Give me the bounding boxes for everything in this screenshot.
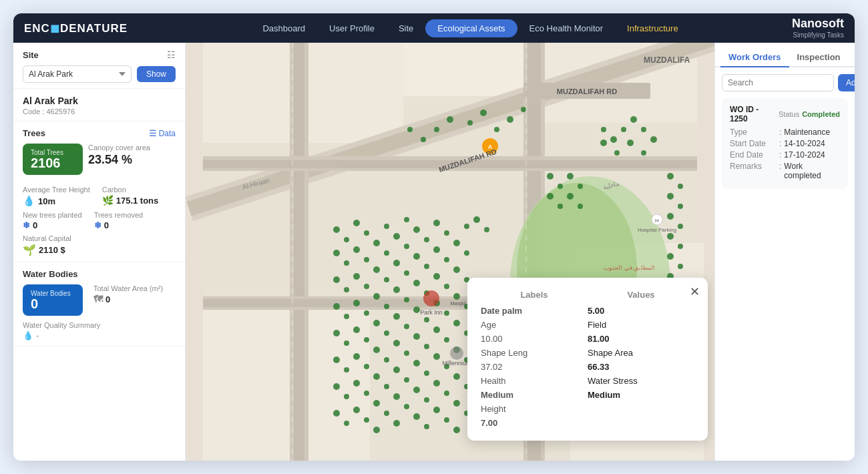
svg-point-146: [521, 107, 526, 112]
popup-row-datepalm: Date palm 5.00: [481, 304, 694, 318]
site-select[interactable]: Al Arak Park: [23, 65, 132, 83]
svg-point-165: [667, 213, 674, 220]
svg-point-53: [364, 284, 369, 289]
svg-point-143: [480, 109, 487, 116]
svg-point-60: [433, 273, 440, 280]
svg-point-21: [344, 237, 349, 242]
svg-text:MUZDALIFAH RD: MUZDALIFAH RD: [557, 87, 617, 95]
svg-point-117: [444, 391, 449, 396]
svg-point-51: [344, 287, 349, 292]
svg-point-65: [344, 314, 349, 319]
svg-point-29: [424, 237, 429, 242]
svg-point-42: [393, 260, 400, 266]
collapse-icon[interactable]: ☷: [167, 49, 176, 60]
svg-point-47: [444, 257, 449, 262]
svg-point-153: [621, 127, 626, 132]
popup-close-button[interactable]: ✕: [690, 284, 700, 299]
show-button[interactable]: Show: [137, 66, 176, 82]
svg-point-23: [364, 230, 369, 236]
svg-point-168: [678, 244, 683, 249]
svg-point-70: [393, 313, 400, 320]
nav-ecological-assets[interactable]: Ecological Assets: [425, 19, 517, 37]
work-order-card: WO ID - 1250 Status Completed Type : Mai…: [722, 98, 848, 189]
wo-id-display: WO ID - 1250: [730, 105, 779, 124]
nav-site[interactable]: Site: [387, 19, 425, 37]
svg-point-142: [467, 120, 473, 126]
svg-point-57: [404, 270, 409, 276]
add-button[interactable]: Add: [838, 74, 855, 91]
wo-end-row: End Date : 17-10-2024: [730, 150, 840, 160]
carbon-icon: 🌿: [102, 195, 114, 206]
svg-point-162: [678, 184, 683, 189]
removed-icon: ❄: [94, 220, 101, 230]
svg-point-104: [453, 373, 460, 380]
park-info-section: Al Arak Park Code : 4625976: [13, 89, 185, 122]
svg-point-163: [667, 193, 674, 200]
popup-row-health-val: Medium Medium: [481, 388, 694, 402]
wo-remarks-row: Remarks : Work completed: [730, 162, 840, 180]
nav-dashboard[interactable]: Dashboard: [250, 19, 317, 37]
nav-user-profile[interactable]: User Profile: [317, 19, 387, 37]
svg-point-135: [558, 184, 563, 189]
svg-point-58: [413, 280, 420, 286]
height-icon: 💧: [23, 195, 35, 207]
tab-inspection[interactable]: Inspection: [789, 48, 849, 67]
svg-point-134: [547, 173, 554, 180]
search-input[interactable]: [722, 74, 834, 91]
svg-point-123: [364, 417, 369, 423]
svg-point-39: [364, 257, 369, 262]
popup-row-health: Health Water Stress: [481, 374, 694, 388]
nanosoft-logo: Nanosoft Simplifying Tasks: [792, 17, 844, 39]
svg-point-62: [453, 293, 460, 300]
svg-point-180: [423, 290, 439, 306]
tab-work-orders[interactable]: Work Orders: [720, 48, 789, 67]
svg-point-95: [364, 364, 369, 369]
svg-point-141: [578, 204, 583, 209]
svg-point-170: [678, 264, 683, 269]
svg-point-52: [353, 273, 360, 280]
svg-point-111: [384, 384, 389, 389]
svg-point-131: [444, 417, 449, 423]
map-popup: ✕ Labels Values Date palm 5.00: [467, 278, 708, 441]
map-area[interactable]: MUZDALIFAH RD: [186, 43, 714, 461]
svg-point-46: [433, 246, 440, 253]
svg-point-49: [464, 250, 469, 256]
status-badge: Completed: [802, 110, 840, 118]
nav-eco-health[interactable]: Eco Health Monitor: [517, 19, 616, 37]
svg-point-115: [424, 397, 429, 403]
svg-point-78: [333, 330, 340, 336]
site-section-title: Site: [23, 50, 39, 60]
total-trees-label: Total Trees: [31, 149, 63, 156]
svg-text:Hospital Parking: Hospital Parking: [638, 227, 676, 233]
svg-point-155: [641, 127, 646, 132]
water-bodies-card: Water Bodies 0: [23, 284, 83, 316]
total-trees-value: 2106: [31, 156, 63, 170]
svg-point-152: [610, 136, 617, 143]
svg-point-149: [421, 137, 426, 142]
popup-row-height: Height: [481, 402, 694, 416]
svg-point-88: [433, 326, 440, 333]
svg-text:Park Inn: Park Inn: [420, 309, 443, 316]
svg-point-89: [444, 337, 449, 342]
svg-point-83: [384, 330, 389, 336]
svg-point-148: [447, 116, 453, 123]
svg-rect-9: [294, 43, 304, 461]
data-link[interactable]: ☰ Data: [149, 128, 176, 138]
svg-point-35: [484, 227, 489, 232]
trees-title: Trees: [23, 128, 45, 138]
total-trees-card: Total Trees 2106: [23, 144, 83, 175]
svg-point-157: [600, 140, 607, 146]
nav-links: Dashboard User Profile Site Ecological A…: [149, 19, 792, 37]
svg-point-84: [393, 340, 400, 346]
wo-start-row: Start Date : 14-10-2024: [730, 139, 840, 148]
svg-point-128: [413, 413, 420, 420]
svg-point-81: [364, 337, 369, 342]
svg-point-41: [384, 250, 389, 256]
svg-point-93: [344, 367, 349, 373]
nav-infrastructure[interactable]: Infrastructure: [615, 19, 690, 37]
water-section: Water Bodies Water Bodies 0 Total Water …: [13, 262, 185, 346]
svg-point-99: [404, 350, 409, 356]
svg-point-71: [404, 297, 409, 302]
app-logo: ENC◼DENATURE: [24, 21, 128, 35]
wo-status-section: Status Completed: [779, 105, 840, 124]
